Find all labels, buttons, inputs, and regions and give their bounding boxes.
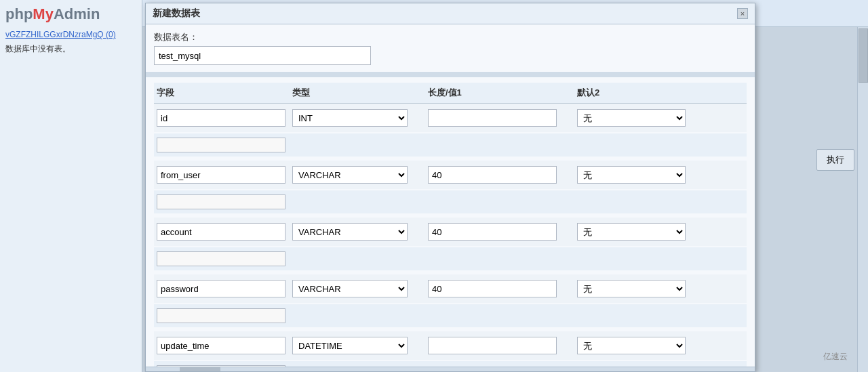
vertical-scrollbar[interactable] <box>857 27 868 372</box>
field-extra-row-4 <box>154 361 747 367</box>
logo-php: php <box>5 5 33 22</box>
field-type-select-3[interactable]: INTVARCHARTEXTDATETIMEDATEFLOATDOUBLETIN… <box>292 280 408 297</box>
field-default-select-2[interactable]: 无NULLCURRENT_TIMESTAMP <box>577 223 686 241</box>
columns-header: 字段 类型 长度/值1 默认2 <box>154 83 747 104</box>
bottom-scrollbar[interactable] <box>146 367 755 372</box>
field-default-select-0[interactable]: 无NULLCURRENT_TIMESTAMP <box>577 109 686 127</box>
field-name-input-1[interactable] <box>157 166 285 184</box>
table-row: INTVARCHARTEXTDATETIMEDATEFLOATDOUBLETIN… <box>154 218 747 246</box>
modal-overlay: 新建数据表 × 数据表名： 字段 类型 长度/值1 默认2 <box>142 0 857 372</box>
field-length-input-3[interactable] <box>428 280 557 297</box>
field-name-input-0[interactable] <box>157 109 285 127</box>
modal-header: 新建数据表 × <box>146 3 755 24</box>
field-extra-input-0[interactable] <box>157 138 285 152</box>
table-row: INTVARCHARTEXTDATETIMEDATEFLOATDOUBLETIN… <box>154 331 747 360</box>
table-name-group: 数据表名： <box>154 31 747 65</box>
field-extra-row-0 <box>154 133 747 157</box>
scroll-thumb[interactable] <box>859 28 868 83</box>
modal-title: 新建数据表 <box>153 7 200 20</box>
col-header-default: 默认2 <box>574 87 696 99</box>
field-extra-row-1 <box>154 190 747 213</box>
table-row: INTVARCHARTEXTDATETIMEDATEFLOATDOUBLETIN… <box>154 274 747 303</box>
field-length-input-4[interactable] <box>428 337 557 354</box>
modal-dialog: 新建数据表 × 数据表名： 字段 类型 长度/值1 默认2 <box>145 3 755 372</box>
field-default-select-1[interactable]: 无NULLCURRENT_TIMESTAMP <box>577 166 686 184</box>
table-name-input[interactable] <box>154 46 371 65</box>
field-name-input-3[interactable] <box>157 280 285 297</box>
modal-body: 数据表名： 字段 类型 长度/值1 默认2 INTVARCHARTEXTDATE… <box>146 24 755 367</box>
table-row: INTVARCHARTEXTDATETIMEDATEFLOATDOUBLETIN… <box>154 104 747 132</box>
field-type-select-2[interactable]: INTVARCHARTEXTDATETIMEDATEFLOATDOUBLETIN… <box>292 223 408 241</box>
divider <box>146 72 755 77</box>
sidebar: phpMyAdmin vGZFZHILGGxrDNzraMgQ (0) 数据库中… <box>0 0 142 372</box>
right-area: 执行 新建数据表 × 数据表名： 字段 类型 长 <box>142 0 868 372</box>
table-row: INTVARCHARTEXTDATETIMEDATEFLOATDOUBLETIN… <box>154 161 747 189</box>
field-extra-input-2[interactable] <box>157 251 285 266</box>
modal-close-button[interactable]: × <box>737 8 748 19</box>
logo: phpMyAdmin <box>5 5 136 23</box>
field-type-select-0[interactable]: INTVARCHARTEXTDATETIMEDATEFLOATDOUBLETIN… <box>292 109 408 127</box>
field-name-input-2[interactable] <box>157 223 285 241</box>
field-rows-container: INTVARCHARTEXTDATETIMEDATEFLOATDOUBLETIN… <box>154 104 747 367</box>
field-default-select-3[interactable]: 无NULLCURRENT_TIMESTAMP <box>577 280 686 297</box>
field-extra-input-3[interactable] <box>157 308 285 323</box>
field-length-input-2[interactable] <box>428 223 557 241</box>
field-extra-row-2 <box>154 247 747 270</box>
scroll-track <box>146 367 755 372</box>
field-name-input-4[interactable] <box>157 337 285 354</box>
sidebar-note: 数据库中没有表。 <box>5 43 136 55</box>
field-length-input-1[interactable] <box>428 166 557 184</box>
watermark: 亿速云 <box>823 351 848 363</box>
sidebar-db-link[interactable]: vGZFZHILGGxrDNzraMgQ (0) <box>5 30 136 39</box>
col-header-length: 长度/值1 <box>425 87 574 99</box>
field-extra-row-3 <box>154 304 747 327</box>
field-default-select-4[interactable]: 无NULLCURRENT_TIMESTAMP <box>577 337 686 354</box>
col-header-field: 字段 <box>154 87 290 99</box>
field-type-select-4[interactable]: INTVARCHARTEXTDATETIMEDATEFLOATDOUBLETIN… <box>292 337 408 354</box>
scroll-thumb-h[interactable] <box>180 367 220 372</box>
field-length-input-0[interactable] <box>428 109 557 127</box>
field-type-select-1[interactable]: INTVARCHARTEXTDATETIMEDATEFLOATDOUBLETIN… <box>292 166 408 184</box>
col-header-type: 类型 <box>290 87 425 99</box>
table-name-label: 数据表名： <box>154 31 747 43</box>
field-extra-input-1[interactable] <box>157 194 285 209</box>
logo-my: My <box>33 5 54 22</box>
logo-admin: Admin <box>54 5 100 22</box>
